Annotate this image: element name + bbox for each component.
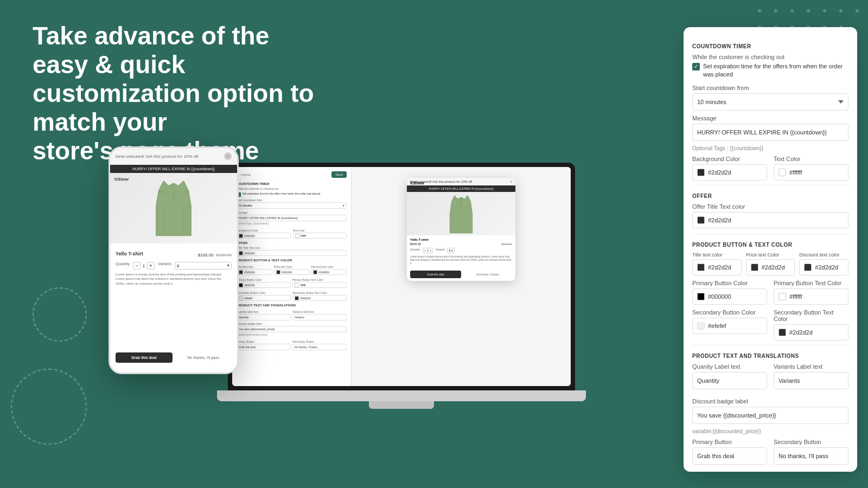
laptop-coat-illustration bbox=[448, 192, 475, 235]
phone-price: $100.00 bbox=[198, 253, 214, 258]
laptop-checkbox-row: ✓ Set expiration time for the offers fro… bbox=[237, 192, 347, 197]
panel-primary-btn-text-input[interactable] bbox=[692, 447, 767, 465]
phone-qty-plus[interactable]: + bbox=[147, 262, 155, 269]
laptop-discount-color-box bbox=[313, 270, 317, 274]
panel-price-color-label: Price text Color bbox=[746, 252, 795, 258]
svg-point-2 bbox=[790, 9, 794, 12]
panel-secondary-btn-text-group: Secondary Button Text Color #2d2d2d bbox=[774, 309, 848, 341]
laptop-bg-color-label: Background Color bbox=[237, 229, 291, 232]
laptop-popup-secondary-btn[interactable]: No thanks, I'll pass bbox=[463, 271, 512, 278]
laptop-quantity-text-label: Quantity label text bbox=[237, 310, 291, 313]
laptop-screen: ← Layout Save COUNTDOWN TIMER While the … bbox=[228, 163, 575, 390]
panel-expiry-checkbox[interactable]: ✓ bbox=[692, 63, 700, 70]
laptop-popup-body: Yello T-shirt $100.00 $120.00 Quantity −… bbox=[407, 235, 515, 268]
panel-variants-text-input[interactable] bbox=[774, 372, 848, 389]
phone-qty-minus[interactable]: − bbox=[133, 262, 141, 269]
laptop-popup-price-row: $100.00 $120.00 bbox=[410, 242, 512, 246]
panel-bg-color-group: Background Color #2d2d2d bbox=[692, 156, 767, 181]
laptop-secondary-btn-colors: Secondary Button Color #efefef Secondary… bbox=[237, 290, 347, 301]
laptop-popup-variants-label: Variants bbox=[435, 248, 445, 253]
svg-point-1 bbox=[774, 9, 777, 12]
panel-divider-2 bbox=[692, 234, 848, 234]
panel-title-color-group: Title text color #2d2d2d bbox=[692, 252, 742, 275]
panel-countdown-section-title: COUNTDOWN TIMER bbox=[692, 43, 848, 49]
laptop-primary-btn-color-group: Primary Button Color #000000 bbox=[237, 277, 291, 288]
laptop-primary-btn-input[interactable] bbox=[237, 344, 291, 350]
laptop-popup-variant-select[interactable]: 6 ▾ bbox=[447, 248, 455, 253]
panel-checkbox-row: ✓ Set expiration time for the offers fro… bbox=[692, 62, 848, 79]
laptop-primary-btn-text-group: Primary Button Text Color #ffffff bbox=[292, 277, 347, 288]
panel-qty-text-label: Quanity Label text bbox=[692, 363, 767, 370]
phone-variant-select[interactable]: 6 ▾ bbox=[175, 262, 232, 269]
coat-illustration bbox=[152, 176, 195, 241]
laptop-message-input[interactable] bbox=[237, 215, 347, 221]
panel-countdown-select[interactable]: 10 minutes bbox=[692, 93, 848, 111]
svg-point-3 bbox=[807, 9, 810, 12]
laptop-primary-btn-text-swatch[interactable]: #ffffff bbox=[292, 282, 347, 288]
phone-description: Lorem ipsum is simply dummy text of the … bbox=[116, 272, 232, 286]
panel-secondary-btn-text-swatch-box bbox=[778, 329, 786, 336]
laptop-popup-price-old: $120.00 bbox=[501, 242, 512, 246]
laptop-primary-btn-color-box bbox=[239, 283, 243, 287]
panel-secondary-btn-text-swatch[interactable]: #2d2d2d bbox=[774, 324, 848, 341]
laptop-secondary-btn-color-box bbox=[239, 296, 243, 300]
laptop-quantity-input[interactable] bbox=[237, 314, 291, 320]
laptop-title-color-group: Title text color #2d2d2d bbox=[237, 264, 272, 275]
panel-discount-color-swatch[interactable]: #2d2d2d bbox=[799, 259, 848, 275]
laptop-final-btns: Primary Button Secondary Button bbox=[237, 338, 347, 350]
laptop-save-button[interactable]: Save bbox=[331, 171, 347, 178]
laptop-title-color-swatch[interactable]: #2d2d2d bbox=[237, 269, 272, 275]
panel-discount-badge-input[interactable] bbox=[692, 407, 848, 424]
phone-close-button[interactable]: × bbox=[224, 152, 232, 160]
laptop-secondary-btn-input[interactable] bbox=[292, 344, 347, 350]
panel-secondary-btn-row: Secondary Button Color #efefef Secondary… bbox=[692, 309, 848, 341]
panel-secondary-btn-text-input[interactable] bbox=[774, 447, 848, 465]
laptop-screen-inner: ← Layout Save COUNTDOWN TIMER While the … bbox=[232, 167, 571, 386]
phone-product-image: ICEbear bbox=[110, 173, 237, 243]
panel-primary-btn-text-swatch[interactable]: #ffffff bbox=[774, 288, 848, 305]
panel-title-color-swatch[interactable]: #2d2d2d bbox=[692, 259, 742, 275]
panel-text-swatch-box bbox=[778, 169, 786, 176]
panel-offer-color-swatch[interactable]: #2d2d2d bbox=[692, 212, 848, 228]
laptop-popup-qty-minus[interactable]: − bbox=[424, 249, 426, 252]
phone-pass-button[interactable]: No thanks, I'll pass bbox=[175, 352, 232, 363]
laptop-discount-color-swatch[interactable]: #2d2d2d bbox=[311, 269, 347, 275]
phone-product-name: Yello T-shirt bbox=[116, 251, 143, 256]
laptop-text-color-swatch[interactable]: #ffffff bbox=[293, 233, 347, 239]
panel-price-swatch bbox=[751, 264, 758, 271]
panel-variants-text-label: Variants Label text bbox=[774, 363, 848, 370]
panel-primary-btn-color-swatch[interactable]: #000000 bbox=[692, 288, 767, 305]
phone-controls: Quantity − 1 + Variants 6 ▾ bbox=[116, 262, 232, 269]
panel-secondary-btn-text-label: Secondary Button Text Color bbox=[774, 309, 848, 322]
phone-grab-deal-button[interactable]: Grab this deal bbox=[116, 352, 173, 363]
panel-text-color-swatch[interactable]: #ffffff bbox=[774, 164, 848, 181]
laptop-secondary-btn-text-swatch[interactable]: #2d2d2d bbox=[292, 295, 347, 301]
panel-secondary-btn-color-swatch[interactable]: #efefef bbox=[692, 318, 767, 334]
panel-secondary-btn-color-value: #efefef bbox=[708, 323, 726, 329]
laptop-primary-btn-color-swatch[interactable]: #000000 bbox=[237, 282, 291, 288]
panel-discount-color-label: Discount text color bbox=[799, 252, 848, 258]
panel-secondary-btn-text-field-group: Secondary Button bbox=[774, 439, 848, 469]
laptop-product-colors: Title text color #2d2d2d Price text Colo… bbox=[237, 264, 347, 275]
panel-qty-text-input[interactable] bbox=[692, 372, 767, 389]
panel-price-color-value: #2d2d2d bbox=[762, 264, 785, 271]
laptop-popup-modal: Deal unlocked! Get this product for 10% … bbox=[407, 178, 515, 281]
laptop-countdown-select[interactable]: 10 minutes ▾ bbox=[237, 202, 347, 209]
laptop-popup-primary-btn[interactable]: Grab this deal bbox=[410, 271, 461, 278]
phone-timer-bar: HURRY! OFFER WILL EXPIRE IN {{countdown}… bbox=[110, 165, 237, 173]
laptop-price-color-swatch[interactable]: #2d2d2d bbox=[274, 269, 310, 275]
panel-price-color-swatch[interactable]: #2d2d2d bbox=[746, 259, 795, 275]
panel-bg-color-swatch[interactable]: #2d2d2d bbox=[692, 164, 767, 181]
panel-message-input[interactable] bbox=[692, 124, 848, 141]
laptop-bg-color-swatch[interactable]: #2d2d2d bbox=[237, 233, 291, 239]
panel-primary-btn-row: Primary Button Color #000000 Primary But… bbox=[692, 280, 848, 305]
laptop-secondary-btn-text-group: Secondary Button Text Color #2d2d2d bbox=[292, 290, 347, 301]
laptop-variants-input[interactable] bbox=[292, 314, 347, 320]
panel-bg-color-value: #2d2d2d bbox=[708, 169, 731, 176]
laptop-offer-color-swatch[interactable]: #2d2d2d bbox=[237, 250, 347, 256]
laptop-popup-close[interactable]: × bbox=[510, 180, 512, 183]
laptop-primary-btn-color-label: Primary Button Color bbox=[237, 278, 291, 281]
laptop-popup-qty-plus[interactable]: + bbox=[430, 249, 432, 252]
laptop-discount-badge-input[interactable] bbox=[237, 326, 347, 332]
laptop-secondary-btn-color-swatch[interactable]: #efefef bbox=[237, 295, 291, 301]
